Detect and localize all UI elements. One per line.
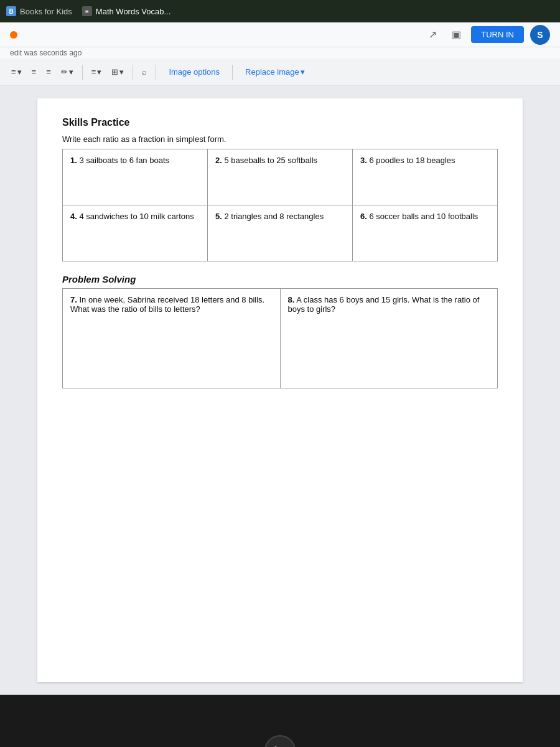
cell-1-text: 3 sailboats to 6 fan boats — [79, 156, 169, 165]
cell-2: 2. 5 baseballs to 25 softballs — [208, 149, 353, 205]
problem-solving-title: Problem Solving — [62, 274, 498, 284]
hp-logo: hp — [264, 735, 296, 747]
cell-5: 5. 2 triangles and 8 rectangles — [208, 205, 353, 261]
cell-3-text: 6 poodles to 18 beagles — [369, 156, 455, 165]
cell-6: 6. 6 soccer balls and 10 footballs — [353, 205, 498, 261]
separator-1 — [82, 65, 83, 80]
image-toolbar: ≡ ▾ ≡ ≡ ✏ ▾ ≡ ▾ ⊞ ▾ ⌕ Image options Repl… — [0, 59, 560, 86]
table-chevron-icon: ▾ — [119, 67, 124, 77]
table-row: 4. 4 sandwiches to 10 milk cartons 5. 2 … — [63, 205, 498, 261]
pencil-icon: ✏ — [61, 67, 68, 77]
cell-6-number: 6. — [360, 212, 367, 221]
lines-icon: ≡ — [91, 67, 96, 77]
image-options-button[interactable]: Image options — [161, 64, 227, 80]
document-container: Skills Practice Write each ratio as a fr… — [0, 86, 560, 695]
cell-1-number: 1. — [70, 156, 77, 165]
problem-solving-table: 7. In one week, Sabrina received 18 lett… — [62, 288, 498, 388]
worksheet-title: Skills Practice — [62, 117, 498, 128]
activity-icon[interactable]: ↗ — [424, 26, 441, 44]
header-actions: ↗ ▣ TURN IN S — [424, 25, 550, 45]
replace-image-label: Replace image — [245, 67, 299, 77]
separator-3 — [156, 65, 156, 80]
cell-3-number: 3. — [360, 156, 367, 165]
document-page: Skills Practice Write each ratio as a fr… — [37, 98, 523, 682]
image-options-label: Image options — [169, 67, 220, 77]
tab-math-words[interactable]: ≡ Math Words Vocab... — [82, 6, 170, 16]
laptop-bezel: hp — [0, 695, 560, 747]
worksheet-instruction: Write each ratio as a fraction in simple… — [62, 134, 498, 144]
replace-image-button[interactable]: Replace image ▾ — [238, 64, 312, 80]
edit-status-text: edit was seconds ago — [10, 49, 82, 57]
crop-button[interactable]: ⌕ — [138, 65, 151, 79]
problem-8: 8. A class has 6 boys and 15 girls. What… — [280, 289, 498, 388]
comments-icon[interactable]: ▣ — [447, 26, 465, 44]
indent-decrease-button[interactable]: ≡ ▾ — [7, 65, 26, 79]
table-icon: ⊞ — [111, 67, 118, 77]
problem-7: 7. In one week, Sabrina received 18 lett… — [63, 289, 281, 388]
cell-2-number: 2. — [215, 156, 222, 165]
problem-7-text: In one week, Sabrina received 18 letters… — [70, 295, 264, 314]
table-row: 1. 3 sailboats to 6 fan boats 2. 5 baseb… — [63, 149, 498, 205]
cell-4-text: 4 sandwiches to 10 milk cartons — [79, 212, 194, 221]
chevron-down-icon: ▾ — [17, 67, 22, 77]
indent-level-button[interactable]: ≡ — [42, 65, 55, 79]
indent-decrease-icon: ≡ — [11, 67, 16, 77]
lines-button[interactable]: ≡ ▾ — [88, 65, 106, 79]
separator-4 — [232, 65, 233, 80]
cell-3: 3. 6 poodles to 18 beagles — [353, 149, 498, 205]
problem-8-text: A class has 6 boys and 15 girls. What is… — [288, 295, 480, 314]
cell-5-text: 2 triangles and 8 rectangles — [224, 212, 324, 221]
orange-dot — [10, 31, 17, 39]
indent-level-icon: ≡ — [46, 67, 51, 77]
table-row: 7. In one week, Sabrina received 18 lett… — [63, 289, 498, 388]
problem-8-number: 8. — [288, 295, 295, 304]
cell-5-number: 5. — [215, 212, 222, 221]
cell-1: 1. 3 sailboats to 6 fan boats — [63, 149, 208, 205]
tab-books-for-kids[interactable]: B Books for Kids — [6, 6, 72, 16]
replace-chevron-icon: ▾ — [301, 67, 305, 77]
lines-chevron-icon: ▾ — [97, 67, 101, 77]
crop-icon: ⌕ — [142, 67, 147, 77]
separator-2 — [133, 65, 133, 80]
indent-increase-button[interactable]: ≡ — [28, 65, 40, 79]
tab-icon-math: ≡ — [82, 6, 92, 16]
pencil-button[interactable]: ✏ ▾ — [57, 65, 77, 79]
edit-status: edit was seconds ago — [0, 47, 560, 59]
docs-header: ↗ ▣ TURN IN S — [0, 22, 560, 47]
problem-7-number: 7. — [70, 295, 77, 304]
indent-increase-icon: ≡ — [32, 67, 37, 77]
turn-in-button[interactable]: TURN IN — [471, 26, 524, 43]
tab-label-math: Math Words Vocab... — [96, 7, 170, 16]
cell-6-text: 6 soccer balls and 10 footballs — [369, 212, 478, 221]
table-button[interactable]: ⊞ ▾ — [108, 65, 128, 79]
skills-table: 1. 3 sailboats to 6 fan boats 2. 5 baseb… — [62, 149, 498, 261]
avatar[interactable]: S — [530, 25, 550, 45]
tab-icon-books: B — [6, 6, 16, 16]
browser-tab-bar: B Books for Kids ≡ Math Words Vocab... — [0, 0, 560, 22]
pencil-chevron-icon: ▾ — [69, 67, 73, 77]
cell-4: 4. 4 sandwiches to 10 milk cartons — [63, 205, 208, 261]
cell-2-text: 5 baseballs to 25 softballs — [224, 156, 317, 165]
cell-4-number: 4. — [70, 212, 77, 221]
tab-label-books: Books for Kids — [20, 7, 72, 16]
